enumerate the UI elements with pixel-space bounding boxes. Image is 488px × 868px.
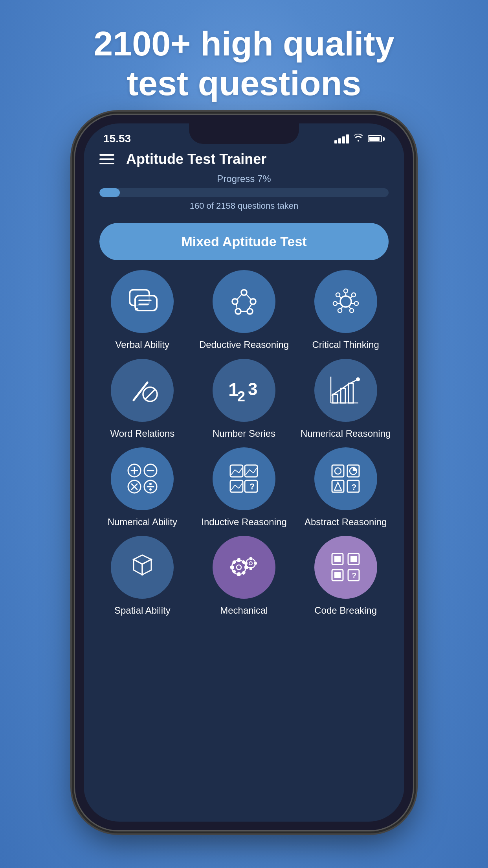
gears-icon: [226, 550, 262, 585]
svg-line-11: [237, 304, 237, 309]
svg-point-51: [149, 483, 152, 485]
signal-bars-icon: [334, 134, 349, 143]
svg-point-6: [250, 299, 256, 304]
svg-text:3: 3: [248, 379, 257, 399]
deductive-reasoning-circle: [213, 270, 275, 333]
abstract-reasoning-label: Abstract Reasoning: [305, 516, 387, 528]
svg-text:?: ?: [352, 571, 356, 580]
progress-section: Progress 7% 160 of 2158 questions taken: [84, 173, 404, 219]
progress-bar-container: [99, 188, 389, 197]
svg-point-18: [350, 309, 354, 313]
app-header: Aptitude Test Trainer: [84, 147, 404, 173]
numerical-reasoning-circle: [314, 359, 377, 422]
category-mechanical[interactable]: Mechanical: [197, 536, 291, 616]
numerical-ability-circle: [111, 447, 174, 510]
svg-line-29: [134, 383, 147, 400]
qr-code-icon: ?: [329, 550, 362, 584]
grid-qmark-icon: ?: [329, 462, 362, 495]
mechanical-label: Mechanical: [220, 604, 268, 616]
svg-rect-37: [349, 383, 353, 403]
svg-point-5: [232, 299, 238, 304]
svg-marker-69: [134, 555, 151, 564]
category-spatial-ability[interactable]: Spatial Ability: [95, 536, 189, 616]
bat-circle-icon: [126, 375, 159, 406]
svg-rect-85: [254, 562, 257, 565]
gear-nodes-icon: [328, 284, 363, 319]
svg-text:?: ?: [351, 482, 356, 492]
svg-line-28: [339, 296, 341, 298]
category-abstract-reasoning[interactable]: ? Abstract Reasoning: [299, 447, 393, 528]
svg-point-81: [249, 562, 252, 565]
app-title: Aptitude Test Trainer: [126, 151, 266, 167]
category-numerical-ability[interactable]: Numerical Ability: [95, 447, 189, 528]
category-inductive-reasoning[interactable]: ? Inductive Reasoning: [197, 447, 291, 528]
svg-line-25: [349, 307, 351, 309]
chart-icon: [329, 375, 362, 406]
svg-line-9: [237, 294, 242, 300]
svg-marker-64: [334, 482, 341, 490]
phone-frame: 15.53: [75, 115, 413, 830]
categories-grid: Verbal Ability: [84, 270, 404, 628]
svg-rect-35: [333, 394, 338, 403]
svg-point-15: [344, 289, 348, 293]
hamburger-menu-icon[interactable]: [99, 154, 114, 164]
nodes-icon: [226, 284, 262, 319]
svg-rect-83: [250, 567, 252, 570]
code-breaking-circle: ?: [314, 536, 377, 599]
svg-rect-73: [237, 572, 240, 576]
verbal-ability-label: Verbal Ability: [116, 338, 169, 351]
svg-rect-87: [334, 556, 341, 562]
category-number-series[interactable]: 1 2 3 Number Series: [197, 359, 291, 440]
abstract-reasoning-circle: ?: [314, 447, 377, 510]
numerical-reasoning-label: Numerical Reasoning: [301, 427, 391, 440]
svg-rect-91: [334, 572, 341, 578]
numbers-icon: 1 2 3: [226, 375, 262, 406]
svg-point-20: [333, 302, 337, 305]
svg-rect-1: [135, 296, 157, 311]
word-relations-label: Word Relations: [110, 427, 175, 440]
category-verbal-ability[interactable]: Verbal Ability: [95, 270, 189, 351]
svg-text:?: ?: [250, 482, 255, 491]
phone-notch: [189, 123, 299, 144]
svg-point-71: [237, 565, 241, 570]
svg-point-17: [354, 302, 358, 305]
inductive-reasoning-circle: ?: [213, 447, 275, 510]
category-code-breaking[interactable]: ? Code Breaking: [299, 536, 393, 616]
critical-thinking-circle: [314, 270, 377, 333]
svg-point-8: [247, 309, 253, 314]
svg-point-4: [241, 290, 247, 295]
progress-bar-fill: [99, 188, 120, 197]
battery-icon: [368, 135, 385, 142]
verbal-ability-circle: [111, 270, 174, 333]
svg-point-19: [338, 309, 342, 313]
svg-rect-72: [237, 558, 240, 562]
svg-text:2: 2: [237, 388, 245, 405]
svg-point-14: [340, 296, 351, 307]
category-deductive-reasoning[interactable]: Deductive Reasoning: [197, 270, 291, 351]
svg-line-26: [341, 307, 343, 309]
status-time: 15.53: [103, 132, 131, 145]
chat-icon: [127, 288, 158, 315]
svg-rect-36: [341, 388, 345, 403]
status-icons: [334, 134, 385, 144]
spatial-ability-label: Spatial Ability: [114, 604, 171, 616]
category-word-relations[interactable]: Word Relations: [95, 359, 189, 440]
svg-rect-74: [230, 566, 234, 569]
progress-label: Progress 7%: [99, 173, 389, 184]
svg-line-23: [350, 296, 352, 298]
cube-icon: [126, 550, 159, 584]
svg-rect-84: [244, 562, 248, 565]
svg-point-38: [356, 377, 360, 381]
category-numerical-reasoning[interactable]: Numerical Reasoning: [299, 359, 393, 440]
deductive-reasoning-label: Deductive Reasoning: [199, 338, 289, 351]
svg-line-31: [145, 390, 155, 399]
progress-count: 160 of 2158 questions taken: [99, 201, 389, 211]
critical-thinking-label: Critical Thinking: [312, 338, 379, 351]
phone-screen: 15.53: [84, 123, 404, 822]
mixed-aptitude-button[interactable]: Mixed Aptitude Test: [99, 223, 389, 260]
mechanical-circle: [213, 536, 275, 599]
svg-point-7: [235, 309, 241, 314]
category-critical-thinking[interactable]: Critical Thinking: [299, 270, 393, 351]
svg-rect-89: [350, 556, 357, 562]
svg-line-10: [246, 294, 251, 300]
